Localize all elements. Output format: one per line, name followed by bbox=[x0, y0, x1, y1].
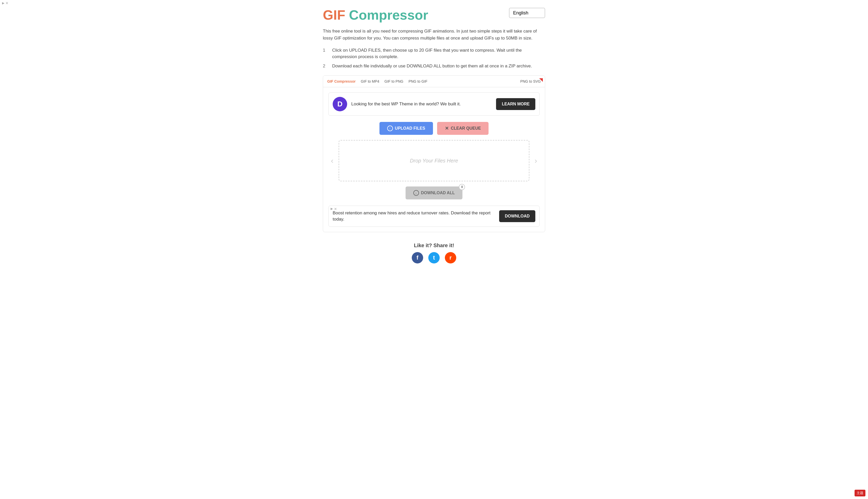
ad1-text: Looking for the best WP Theme in the wor… bbox=[351, 101, 492, 107]
ad2-arrow-icon: ▶ bbox=[331, 207, 333, 211]
share-icons: f t r bbox=[323, 252, 545, 264]
site-title: GIF Compressor bbox=[323, 8, 428, 23]
step-2-number: 2 bbox=[323, 63, 328, 70]
download-all-wrapper: ↓ DOWNLOAD ALL 0 bbox=[328, 186, 540, 199]
tab-bar: GIF Compressor GIF to MP4 GIF to PNG PNG… bbox=[323, 76, 545, 87]
steps-list: 1 Click on UPLOAD FILES, then choose up … bbox=[323, 47, 545, 70]
title-gif: GIF bbox=[323, 8, 345, 23]
facebook-share-button[interactable]: f bbox=[412, 252, 423, 264]
language-selector[interactable]: English Español Français Deutsch 中文 bbox=[509, 8, 545, 18]
share-title: Like it? Share it! bbox=[323, 243, 545, 248]
carousel-left-arrow[interactable]: ‹ bbox=[328, 154, 336, 168]
ad1-learn-more-button[interactable]: LEARN MORE bbox=[496, 98, 535, 110]
step-1-text: Click on UPLOAD FILES, then choose up to… bbox=[332, 47, 545, 60]
ad2-download-button[interactable]: DOWNLOAD bbox=[499, 210, 535, 222]
description-text: This free online tool is all you need fo… bbox=[323, 28, 545, 41]
drop-zone[interactable]: Drop Your Files Here bbox=[338, 140, 530, 181]
step-2-text: Download each file individually or use D… bbox=[332, 63, 532, 70]
carousel-right-arrow[interactable]: › bbox=[532, 154, 540, 168]
ad1-icon: D bbox=[333, 97, 347, 111]
language-dropdown[interactable]: English Español Français Deutsch 中文 bbox=[513, 10, 541, 15]
ad-banner-1: ▶ ✕ D Looking for the best WP Theme in t… bbox=[328, 93, 540, 116]
tab-png-to-svg[interactable]: PNG to SVG bbox=[520, 79, 541, 83]
drop-zone-wrapper: ‹ Drop Your Files Here › bbox=[328, 140, 540, 181]
upload-icon: ↑ bbox=[387, 125, 393, 131]
tool-body: ▶ ✕ D Looking for the best WP Theme in t… bbox=[323, 87, 545, 232]
watermark: 主题 bbox=[855, 490, 865, 496]
tab-gif-to-png[interactable]: GIF to PNG bbox=[384, 78, 403, 84]
step-1-number: 1 bbox=[323, 47, 328, 60]
title-compressor: Compressor bbox=[345, 8, 428, 23]
clear-icon: ✕ bbox=[445, 125, 449, 131]
clear-queue-button[interactable]: ✕ CLEAR QUEUE bbox=[437, 122, 489, 135]
action-buttons: ↑ UPLOAD FILES ✕ CLEAR QUEUE bbox=[328, 122, 540, 135]
tab-gif-compressor[interactable]: GIF Compressor bbox=[327, 78, 356, 84]
upload-files-button[interactable]: ↑ UPLOAD FILES bbox=[379, 122, 433, 135]
download-badge: 0 bbox=[459, 184, 465, 190]
tab-gif-to-mp4[interactable]: GIF to MP4 bbox=[361, 78, 379, 84]
ad2-text: Boost retention among new hires and redu… bbox=[333, 210, 495, 222]
tool-card: GIF Compressor GIF to MP4 GIF to PNG PNG… bbox=[323, 75, 545, 232]
step-1: 1 Click on UPLOAD FILES, then choose up … bbox=[323, 47, 545, 60]
drop-zone-placeholder: Drop Your Files Here bbox=[410, 158, 458, 164]
step-2: 2 Download each file individually or use… bbox=[323, 63, 545, 70]
reddit-share-button[interactable]: r bbox=[445, 252, 456, 264]
twitter-share-button[interactable]: t bbox=[428, 252, 440, 264]
ad-banner-2: ▶ ✕ Boost retention among new hires and … bbox=[328, 206, 540, 227]
download-all-icon: ↓ bbox=[413, 190, 419, 196]
tab-png-to-gif[interactable]: PNG to GIF bbox=[408, 78, 427, 84]
ad2-close-icon[interactable]: ✕ bbox=[334, 207, 337, 211]
share-section: Like it? Share it! f t r bbox=[323, 243, 545, 274]
download-all-button[interactable]: ↓ DOWNLOAD ALL 0 bbox=[406, 186, 463, 199]
